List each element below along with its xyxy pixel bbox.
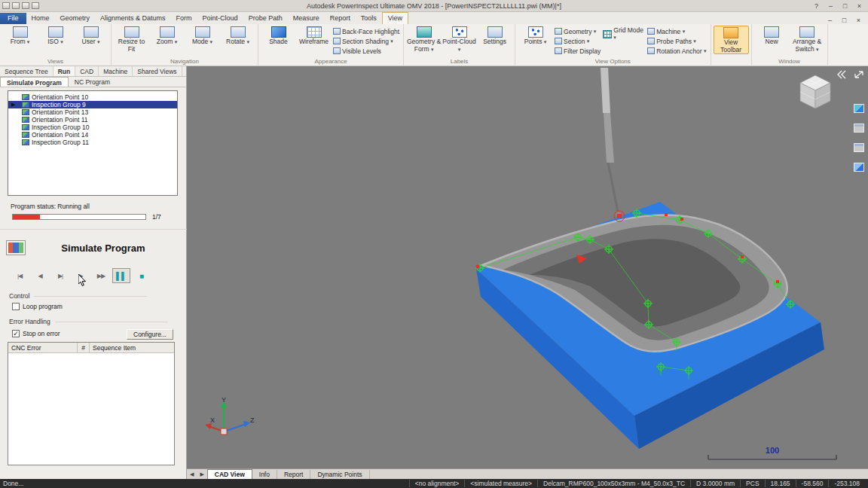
arrange-switch-button[interactable]: Arrange & Switch ▾ — [790, 26, 825, 53]
column-header-number[interactable]: # — [78, 343, 90, 352]
from-view-button[interactable]: From ▾ — [2, 26, 38, 46]
panel-tab-machine[interactable]: Machine — [99, 66, 133, 76]
tree-item[interactable]: Orientation Point 13 — [8, 108, 177, 116]
mdi-minimize-button[interactable]: – — [824, 16, 836, 24]
view-tab-report[interactable]: Report — [277, 470, 311, 479]
viewport-3d[interactable]: X Y Z 100 — [187, 66, 868, 468]
tree-item-selected[interactable]: ▶ Inspection Group 9 — [8, 101, 177, 108]
column-header-cnc-error[interactable]: CNC Error — [8, 343, 78, 352]
levels-layers-icon[interactable] — [852, 102, 866, 114]
view-tab-info[interactable]: Info — [252, 470, 277, 479]
panel-tab-sequence-tree[interactable]: Sequence Tree — [0, 66, 53, 76]
label-settings-button[interactable]: Settings — [477, 26, 512, 46]
back-face-highlight-button[interactable]: Back-Face Highlight — [332, 26, 401, 36]
machine-display-button[interactable]: Machine ▾ — [646, 26, 708, 36]
simulate-program-icon — [6, 240, 26, 255]
panel-tab-shared-views[interactable]: Shared Views — [133, 66, 182, 76]
geometry-display-button[interactable]: Geometry ▾ — [553, 26, 602, 36]
wireframe-button[interactable]: Wireframe — [296, 26, 332, 46]
help-button[interactable]: ? — [810, 2, 823, 11]
stop-button[interactable]: ■ — [133, 268, 151, 283]
view-window-alt-icon[interactable] — [852, 142, 866, 153]
configure-button[interactable]: Configure... — [127, 329, 173, 340]
collapse-panel-icon[interactable] — [835, 69, 847, 80]
group-label-view-options: View Options — [518, 57, 708, 66]
visible-levels-button[interactable]: Visible Levels — [332, 46, 401, 56]
stop-on-error-checkbox[interactable]: ✓ — [12, 330, 20, 337]
view-window-icon[interactable] — [852, 122, 866, 133]
tree-item[interactable]: Orientation Point 10 — [8, 93, 177, 101]
dropdown-arrow-icon: ▾ — [704, 48, 707, 54]
rotate-button[interactable]: Rotate ▾ — [220, 26, 255, 46]
cnc-error-table: CNC Error # Sequence Item — [8, 342, 175, 465]
points-display-icon — [528, 26, 543, 38]
tab-report[interactable]: Report — [325, 13, 356, 24]
subtab-nc-program[interactable]: NC Program — [69, 77, 116, 87]
mode-button[interactable]: Mode ▾ — [185, 26, 220, 46]
play-all-button[interactable]: ▶▶ — [92, 268, 110, 283]
pause-button[interactable]: ▌▌ — [112, 268, 130, 283]
user-view-icon — [84, 26, 99, 38]
tab-tools[interactable]: Tools — [356, 13, 382, 24]
tab-file[interactable]: File — [0, 13, 26, 24]
tab-scroll-left-icon[interactable]: ◀ — [187, 469, 197, 479]
step-back-button[interactable]: ◀ — [31, 268, 49, 283]
play-button[interactable]: ▶ — [72, 268, 90, 283]
tree-item[interactable]: Inspection Group 11 — [8, 139, 177, 146]
section-display-button[interactable]: Section ▾ — [553, 36, 602, 46]
sequence-tree-list[interactable]: Orientation Point 10 ▶ Inspection Group … — [8, 90, 178, 196]
tab-form[interactable]: Form — [171, 13, 197, 24]
ribbon-group-labels: Geometry & Form ▾ Point-Cloud ▾ Settings… — [404, 24, 515, 66]
subtab-simulate-program[interactable]: Simulate Program — [0, 77, 69, 87]
cnc-error-table-body — [8, 353, 174, 465]
user-view-button[interactable]: User ▾ — [73, 26, 108, 46]
dropdown-arrow-icon: ▾ — [458, 47, 461, 52]
new-window-button[interactable]: New — [754, 26, 790, 46]
tab-measure[interactable]: Measure — [288, 13, 325, 24]
tab-scroll-right-icon[interactable]: ▶ — [197, 469, 206, 479]
mdi-close-button[interactable]: × — [852, 16, 865, 24]
step-forward-button[interactable]: ▶| — [51, 268, 69, 283]
section-display-icon — [555, 38, 562, 44]
tab-geometry[interactable]: Geometry — [55, 13, 96, 24]
filter-display-button[interactable]: Filter Display — [553, 46, 602, 56]
shade-icon — [271, 26, 286, 38]
probe-paths-button[interactable]: Probe Paths ▾ — [646, 36, 708, 46]
inspection-group-icon — [22, 124, 29, 130]
status-measure-mode: <simulated measure> — [464, 480, 537, 487]
tree-item[interactable]: Orientation Point 14 — [8, 131, 177, 139]
skip-to-start-button[interactable]: |◀ — [11, 268, 29, 283]
expand-view-icon[interactable] — [853, 69, 865, 80]
tab-view[interactable]: View — [382, 12, 408, 24]
tab-home[interactable]: Home — [26, 13, 55, 24]
orientation-point-icon — [22, 132, 29, 138]
close-button[interactable]: × — [853, 2, 866, 11]
restore-button[interactable]: □ — [839, 2, 851, 11]
section-shading-button[interactable]: Section Shading ▾ — [332, 36, 401, 46]
panel-tab-run[interactable]: Run — [53, 66, 76, 76]
iso-view-button[interactable]: ISO ▾ — [38, 26, 73, 46]
shade-button[interactable]: Shade — [261, 26, 296, 46]
section-title: Simulate Program — [26, 242, 181, 254]
tab-alignments-datums[interactable]: Alignments & Datums — [95, 13, 171, 24]
grid-mode-button[interactable]: Grid Mode ▾ — [602, 26, 646, 43]
tab-probe-path[interactable]: Probe Path — [243, 13, 288, 24]
tree-item[interactable]: Orientation Point 11 — [8, 116, 177, 124]
tab-point-cloud[interactable]: Point-Cloud — [197, 13, 243, 24]
resize-to-fit-button[interactable]: Resize to Fit — [114, 26, 149, 53]
mdi-restore-button[interactable]: □ — [838, 16, 851, 24]
points-display-button[interactable]: Points ▾ — [518, 26, 553, 46]
geometry-form-labels-button[interactable]: Geometry & Form ▾ — [406, 26, 442, 53]
loop-program-checkbox[interactable] — [12, 303, 20, 310]
point-cloud-labels-button[interactable]: Point-Cloud ▾ — [442, 26, 477, 53]
model-cube-icon[interactable] — [852, 161, 866, 172]
tree-item[interactable]: Inspection Group 10 — [8, 124, 177, 131]
panel-tab-cad[interactable]: CAD — [75, 66, 99, 76]
view-toolbar-toggle-button[interactable]: View Toolbar — [714, 26, 749, 54]
view-tab-cad-view[interactable]: CAD View — [207, 469, 252, 479]
view-tab-dynamic-points[interactable]: Dynamic Points — [310, 470, 369, 479]
rotation-anchor-button[interactable]: Rotation Anchor ▾ — [646, 46, 708, 56]
column-header-sequence-item[interactable]: Sequence Item — [90, 343, 174, 352]
minimize-button[interactable]: – — [824, 2, 837, 11]
zoom-button[interactable]: Zoom ▾ — [149, 26, 185, 46]
